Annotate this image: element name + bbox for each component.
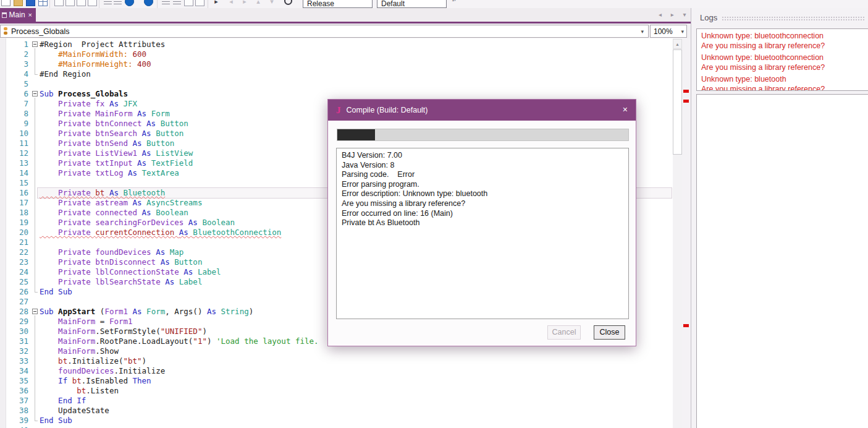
paste-icon[interactable] [88,0,97,6]
line-number[interactable]: 30 [0,327,31,336]
code-line[interactable]: 34 foundDevices.Initialize [0,366,673,376]
close-icon[interactable]: × [623,105,628,114]
line-number[interactable]: 11 [0,139,31,148]
line-number[interactable]: 7 [0,99,31,109]
build-mode-select[interactable]: Default [377,0,447,8]
line-number[interactable]: 15 [0,178,31,188]
line-number[interactable]: 3 [0,59,31,69]
code-line[interactable]: 36 bt.Listen [0,386,673,396]
cut-icon[interactable] [65,0,75,6]
compile-dialog-titlebar[interactable]: J Compile (Build: Default) × [328,100,636,121]
log-entry[interactable]: Unknown type: bluetoothconnectionAre you… [701,31,868,51]
line-number[interactable]: 4 [0,69,31,79]
designer-icon[interactable] [38,0,48,6]
line-number[interactable]: 22 [0,247,31,257]
chevron-down-icon[interactable]: ▾ [681,28,684,35]
outdent-icon[interactable] [195,0,204,6]
code-line[interactable]: 5 [0,79,673,89]
code-line[interactable]: 4#End Region [0,69,673,79]
rebuild-icon[interactable] [284,0,292,5]
new-icon[interactable] [1,0,11,6]
debug-icon[interactable] [144,0,153,6]
line-number[interactable]: 10 [0,129,31,139]
line-number[interactable]: 26 [0,287,31,297]
tab-scroll-arrows[interactable]: ◂ ▸ ▾ [659,11,690,18]
logs-drag-grip[interactable] [722,16,865,21]
open-icon[interactable] [14,0,23,6]
code-line[interactable]: 40 [0,426,673,428]
chevron-down-icon[interactable]: ▾ [641,28,644,35]
line-number[interactable]: 8 [0,109,31,119]
line-number[interactable]: 16 [0,188,31,198]
code-line[interactable]: 33 bt.Initialize("bt") [0,356,673,366]
code-line[interactable]: 39End Sub [0,416,673,426]
line-number[interactable]: 20 [0,228,31,238]
line-number[interactable]: 25 [0,277,31,287]
line-number[interactable]: 39 [0,416,31,426]
code-line[interactable]: 35 If bt.IsEnabled Then [0,376,673,386]
line-number[interactable]: 6 [0,89,31,99]
comment-icon[interactable] [104,0,113,6]
line-number[interactable]: 33 [0,356,31,366]
scrollbar-thumb[interactable] [673,49,682,155]
line-number[interactable]: 24 [0,267,31,277]
forward-icon[interactable]: ▸ [241,0,248,6]
line-number[interactable]: 29 [0,317,31,327]
line-number[interactable]: 34 [0,366,31,376]
tab-main[interactable]: Main × [0,8,36,22]
line-number[interactable]: 36 [0,386,31,396]
uncomment-icon[interactable] [114,0,123,6]
code-line[interactable]: 1#Region Project Attributes [0,40,673,49]
line-number[interactable]: 37 [0,396,31,406]
code-line[interactable]: 3 #MainFormHeight: 400 [0,59,673,69]
line-number[interactable]: 38 [0,406,31,416]
fold-toggle-icon[interactable] [32,91,38,96]
scroll-up-icon[interactable]: ▲ [673,39,682,49]
save-icon[interactable] [26,0,35,6]
new-module-icon[interactable] [54,0,64,6]
spinner-control[interactable]: ▴▾ [451,0,457,2]
code-line[interactable]: 32 MainForm.Show [0,346,673,356]
line-number[interactable]: 18 [0,208,31,218]
line-number[interactable]: 12 [0,148,31,158]
code-line[interactable]: 2 #MainFormWidth: 600 [0,49,673,59]
zoom-combobox[interactable]: 100% ▾ [650,25,687,38]
line-number[interactable]: 1 [0,40,31,49]
fold-toggle-icon[interactable] [32,41,38,47]
fold-toggle-icon[interactable] [32,309,38,314]
build-configuration-select[interactable]: Release [303,0,373,8]
code-line[interactable]: 38 UpdateState [0,406,673,416]
back-icon[interactable]: ◂ [227,0,235,6]
list-icon[interactable] [162,0,171,6]
line-number[interactable]: 5 [0,79,31,89]
log-entry[interactable]: Unknown type: bluetoothconnectionAre you… [701,53,868,72]
line-number[interactable]: 32 [0,346,31,356]
code-line[interactable]: 37 End If [0,396,673,406]
line-number[interactable]: 19 [0,218,31,228]
close-button[interactable]: Close [594,325,625,340]
line-number[interactable]: 40 [0,426,31,428]
line-number[interactable]: 9 [0,119,31,129]
line-number[interactable]: 13 [0,158,31,168]
line-number[interactable]: 23 [0,257,31,267]
copy-icon[interactable] [77,0,86,6]
sub-selector-combobox[interactable]: Process_Globals ▾ [0,25,649,38]
line-number[interactable]: 17 [0,198,31,208]
line-number[interactable]: 28 [0,307,31,317]
up-icon[interactable]: ▴ [255,0,262,6]
indent-icon[interactable] [184,0,193,6]
code-line[interactable]: 6Sub Process_Globals [0,89,673,99]
tab-close-icon[interactable]: × [28,11,32,19]
line-number[interactable]: 27 [0,297,31,307]
compile-output-text[interactable]: B4J Version: 7.00 Java Version: 8 Parsin… [336,148,629,319]
line-number[interactable]: 31 [0,336,31,346]
line-number[interactable]: 2 [0,49,31,59]
logs-output-area[interactable] [696,94,868,428]
list2-icon[interactable] [173,0,182,6]
play-icon[interactable]: ▸ [213,0,220,6]
line-number[interactable]: 14 [0,168,31,178]
cancel-button[interactable]: Cancel [547,325,581,340]
line-number[interactable]: 21 [0,238,31,247]
panel-splitter[interactable] [691,8,691,428]
line-number[interactable]: 35 [0,376,31,386]
